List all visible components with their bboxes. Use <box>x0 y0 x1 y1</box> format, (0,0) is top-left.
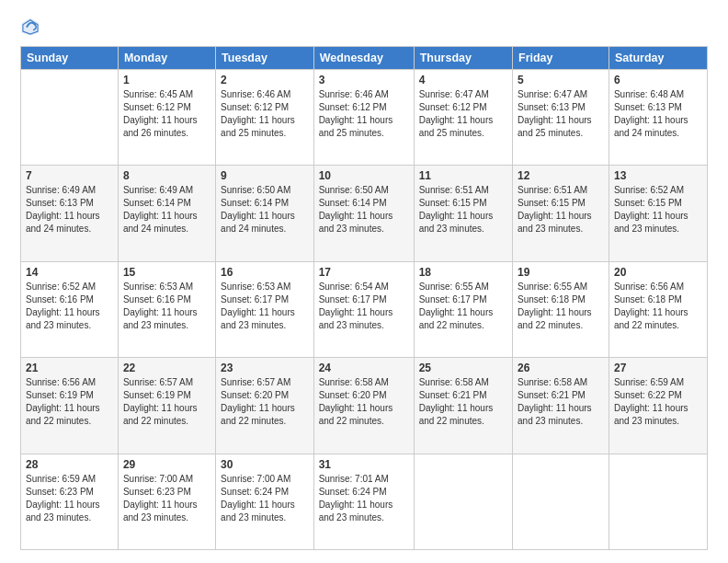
day-cell: 12 Sunrise: 6:51 AM Sunset: 6:15 PM Dayl… <box>513 166 609 261</box>
sunrise: Sunrise: 6:55 AM <box>419 282 489 292</box>
day-cell: 5 Sunrise: 6:47 AM Sunset: 6:13 PM Dayli… <box>513 70 609 166</box>
sunrise: Sunrise: 6:46 AM <box>319 89 389 99</box>
daylight: Daylight: 11 hours and 23 minutes. <box>614 211 688 234</box>
sunrise: Sunrise: 7:00 AM <box>221 474 290 484</box>
sunset: Sunset: 6:17 PM <box>319 294 387 304</box>
sunrise: Sunrise: 6:56 AM <box>26 377 96 387</box>
day-cell <box>513 454 609 549</box>
day-cell <box>414 454 512 549</box>
day-number: 10 <box>319 169 409 182</box>
day-cell: 11 Sunrise: 6:51 AM Sunset: 6:15 PM Dayl… <box>414 166 512 261</box>
sunrise: Sunrise: 6:50 AM <box>319 185 389 195</box>
sunset: Sunset: 6:16 PM <box>26 294 94 304</box>
daylight: Daylight: 11 hours and 25 minutes. <box>518 115 592 138</box>
day-number: 24 <box>319 362 409 374</box>
sunset: Sunset: 6:20 PM <box>319 390 387 400</box>
daylight: Daylight: 11 hours and 24 minutes. <box>221 211 295 234</box>
sunrise: Sunrise: 6:51 AM <box>419 185 489 195</box>
daylight: Daylight: 11 hours and 24 minutes. <box>614 115 688 138</box>
sunset: Sunset: 6:18 PM <box>518 294 586 304</box>
sunrise: Sunrise: 7:00 AM <box>123 474 193 484</box>
day-number: 27 <box>614 362 702 374</box>
day-number: 31 <box>319 458 409 471</box>
day-number: 15 <box>123 266 210 279</box>
sunrise: Sunrise: 6:56 AM <box>614 282 684 292</box>
daylight: Daylight: 11 hours and 25 minutes. <box>419 115 494 138</box>
sunset: Sunset: 6:13 PM <box>26 198 94 208</box>
daylight: Daylight: 11 hours and 22 minutes. <box>26 403 100 426</box>
weekday-header-tuesday: Tuesday <box>216 47 314 70</box>
logo-icon <box>20 17 40 37</box>
day-cell: 27 Sunrise: 6:59 AM Sunset: 6:22 PM Dayl… <box>609 358 707 454</box>
day-number: 5 <box>518 74 604 86</box>
day-number: 1 <box>123 74 210 86</box>
daylight: Daylight: 11 hours and 23 minutes. <box>123 307 198 330</box>
sunrise: Sunrise: 6:57 AM <box>221 377 290 387</box>
daylight: Daylight: 11 hours and 22 minutes. <box>614 307 688 330</box>
sunset: Sunset: 6:24 PM <box>221 487 289 497</box>
daylight: Daylight: 11 hours and 23 minutes. <box>319 500 393 523</box>
sunrise: Sunrise: 6:49 AM <box>26 185 96 195</box>
daylight: Daylight: 11 hours and 26 minutes. <box>123 115 198 138</box>
daylight: Daylight: 11 hours and 22 minutes. <box>419 307 494 330</box>
sunrise: Sunrise: 6:58 AM <box>419 377 489 387</box>
sunset: Sunset: 6:13 PM <box>518 102 586 112</box>
day-cell: 9 Sunrise: 6:50 AM Sunset: 6:14 PM Dayli… <box>216 166 314 261</box>
sunrise: Sunrise: 6:45 AM <box>123 89 193 99</box>
daylight: Daylight: 11 hours and 23 minutes. <box>319 307 393 330</box>
sunset: Sunset: 6:23 PM <box>26 487 94 497</box>
day-number: 9 <box>221 169 309 182</box>
day-number: 16 <box>221 266 309 279</box>
sunrise: Sunrise: 7:01 AM <box>319 474 389 484</box>
day-number: 14 <box>26 266 113 279</box>
daylight: Daylight: 11 hours and 25 minutes. <box>319 115 393 138</box>
day-cell: 8 Sunrise: 6:49 AM Sunset: 6:14 PM Dayli… <box>118 166 215 261</box>
day-cell: 16 Sunrise: 6:53 AM Sunset: 6:17 PM Dayl… <box>216 261 314 357</box>
day-cell: 13 Sunrise: 6:52 AM Sunset: 6:15 PM Dayl… <box>609 166 707 261</box>
day-cell: 24 Sunrise: 6:58 AM Sunset: 6:20 PM Dayl… <box>313 358 414 454</box>
day-number: 18 <box>419 266 507 279</box>
sunrise: Sunrise: 6:46 AM <box>221 89 290 99</box>
daylight: Daylight: 11 hours and 23 minutes. <box>419 211 494 234</box>
day-cell: 10 Sunrise: 6:50 AM Sunset: 6:14 PM Dayl… <box>313 166 414 261</box>
daylight: Daylight: 11 hours and 22 minutes. <box>518 307 592 330</box>
day-number: 7 <box>26 169 113 182</box>
weekday-header-wednesday: Wednesday <box>313 47 414 70</box>
day-cell: 30 Sunrise: 7:00 AM Sunset: 6:24 PM Dayl… <box>216 454 314 549</box>
daylight: Daylight: 11 hours and 23 minutes. <box>319 211 393 234</box>
week-row-4: 21 Sunrise: 6:56 AM Sunset: 6:19 PM Dayl… <box>21 358 708 454</box>
day-cell: 25 Sunrise: 6:58 AM Sunset: 6:21 PM Dayl… <box>414 358 512 454</box>
day-cell: 26 Sunrise: 6:58 AM Sunset: 6:21 PM Dayl… <box>513 358 609 454</box>
sunrise: Sunrise: 6:50 AM <box>221 185 290 195</box>
sunset: Sunset: 6:14 PM <box>319 198 387 208</box>
day-cell: 21 Sunrise: 6:56 AM Sunset: 6:19 PM Dayl… <box>21 358 119 454</box>
sunrise: Sunrise: 6:47 AM <box>419 89 489 99</box>
day-number: 23 <box>221 362 309 374</box>
daylight: Daylight: 11 hours and 22 minutes. <box>123 403 198 426</box>
day-cell: 7 Sunrise: 6:49 AM Sunset: 6:13 PM Dayli… <box>21 166 119 261</box>
sunset: Sunset: 6:17 PM <box>419 294 487 304</box>
day-number: 4 <box>419 74 507 86</box>
day-number: 17 <box>319 266 409 279</box>
weekday-header-friday: Friday <box>513 47 609 70</box>
sunset: Sunset: 6:24 PM <box>319 487 387 497</box>
daylight: Daylight: 11 hours and 23 minutes. <box>26 500 100 523</box>
daylight: Daylight: 11 hours and 25 minutes. <box>221 115 295 138</box>
sunrise: Sunrise: 6:47 AM <box>518 89 587 99</box>
sunset: Sunset: 6:12 PM <box>319 102 387 112</box>
daylight: Daylight: 11 hours and 23 minutes. <box>518 211 592 234</box>
day-cell: 20 Sunrise: 6:56 AM Sunset: 6:18 PM Dayl… <box>609 261 707 357</box>
sunrise: Sunrise: 6:52 AM <box>614 185 684 195</box>
daylight: Daylight: 11 hours and 23 minutes. <box>221 307 295 330</box>
sunrise: Sunrise: 6:52 AM <box>26 282 96 292</box>
daylight: Daylight: 11 hours and 22 minutes. <box>319 403 393 426</box>
day-cell: 17 Sunrise: 6:54 AM Sunset: 6:17 PM Dayl… <box>313 261 414 357</box>
day-number: 20 <box>614 266 702 279</box>
day-number: 22 <box>123 362 210 374</box>
daylight: Daylight: 11 hours and 22 minutes. <box>221 403 295 426</box>
sunset: Sunset: 6:15 PM <box>614 198 682 208</box>
day-cell: 14 Sunrise: 6:52 AM Sunset: 6:16 PM Dayl… <box>21 261 119 357</box>
day-number: 28 <box>26 458 113 471</box>
daylight: Daylight: 11 hours and 23 minutes. <box>26 307 100 330</box>
sunrise: Sunrise: 6:53 AM <box>123 282 193 292</box>
